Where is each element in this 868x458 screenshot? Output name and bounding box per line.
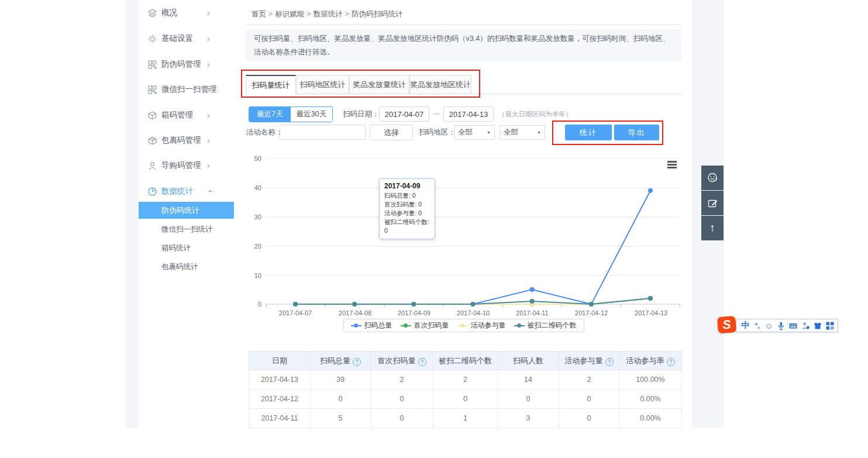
- svg-text:2017-04-09: 2017-04-09: [398, 309, 430, 316]
- column-header-date: 日期: [249, 352, 311, 370]
- stat-button[interactable]: 统计: [565, 125, 612, 140]
- table-cell: 0: [559, 390, 619, 409]
- back-to-top-button[interactable]: ↑: [701, 216, 724, 240]
- table-cell: 2017-04-12: [249, 390, 311, 409]
- emoji-icon[interactable]: ☺: [764, 321, 773, 330]
- main-panel: 概况 › 基础设置 › 防伪码管理 › 微信扫一扫管理 ›: [139, 0, 692, 428]
- sidebar-subitem-anticode-stats[interactable]: 防伪码统计: [139, 202, 234, 219]
- caret-down-icon: ▼: [537, 130, 541, 135]
- sidebar-item-case-code-mgmt[interactable]: 箱码管理 ›: [139, 108, 234, 122]
- table-row: 2017-04-133922142100.00%: [249, 370, 682, 390]
- choose-button[interactable]: 选择: [370, 125, 413, 140]
- region-select-city[interactable]: 全部 ▼: [500, 125, 545, 140]
- qr-scan-icon: [147, 85, 157, 95]
- table-row: 2017-04-12000000.00%: [249, 390, 682, 409]
- svg-text:2017-04-10: 2017-04-10: [457, 309, 490, 316]
- table-cell: 3: [498, 409, 559, 428]
- table-cell: 2017-04-11: [249, 409, 311, 428]
- tab-prize-volume[interactable]: 奖品发放量统计: [349, 75, 409, 94]
- sidebar-item-overview[interactable]: 概况 ›: [139, 6, 234, 20]
- breadcrumb-home[interactable]: 首页: [252, 10, 266, 18]
- table-cell: 0: [371, 390, 433, 409]
- sidebar: 概况 › 基础设置 › 防伪码管理 › 微信扫一扫管理 ›: [139, 0, 234, 428]
- toolbox-grid-icon[interactable]: [825, 321, 835, 330]
- breadcrumb-stats[interactable]: 数据统计: [314, 10, 343, 18]
- filter-row-activity: 活动名称： 选择 扫码地区： 全部 ▼ 全部 ▼ 统计 导出: [246, 125, 681, 141]
- punctuation-icon[interactable]: °,: [753, 321, 762, 330]
- legend-item-scanned-qr[interactable]: 被扫二维码个数: [514, 321, 577, 330]
- tab-bar: 扫码量统计 扫码地区统计 奖品发放量统计 奖品发放地区统计: [246, 75, 681, 94]
- help-icon[interactable]: ?: [667, 358, 675, 366]
- sidebar-item-guide-code-mgmt[interactable]: 导购码管理 ›: [139, 159, 234, 173]
- table-cell: 0.00%: [619, 409, 682, 428]
- y-axis: 50 40 30 20 10 0: [254, 155, 680, 308]
- sidebar-subitem-case-code-stats[interactable]: 箱码统计: [161, 243, 191, 253]
- svg-text:2017-04-08: 2017-04-08: [339, 309, 371, 316]
- help-icon[interactable]: ?: [605, 358, 614, 366]
- sidebar-item-wechat-scan-mgmt[interactable]: 微信扫一扫管理 ›: [139, 82, 234, 97]
- gear-icon: [147, 34, 157, 44]
- tab-prize-region[interactable]: 奖品发放地区统计: [409, 75, 471, 94]
- chevron-right-icon: ›: [207, 161, 210, 170]
- region-select-province[interactable]: 全部 ▼: [454, 125, 495, 140]
- last-7-days-button[interactable]: 最近7天: [249, 107, 291, 122]
- table-cell: 2: [559, 370, 619, 390]
- microphone-icon[interactable]: [776, 321, 786, 330]
- tab-scan-volume[interactable]: 扫码量统计: [246, 75, 296, 95]
- sidebar-item-data-statistics[interactable]: 数据统计 ›: [139, 184, 234, 198]
- table-cell: 0: [433, 390, 498, 409]
- legend-item-total[interactable]: 扫码总量: [351, 321, 392, 330]
- user-account-icon[interactable]: [801, 321, 810, 330]
- column-header-activity-rate: 活动参与率?: [619, 352, 682, 370]
- chevron-up-icon: ›: [205, 190, 214, 193]
- breadcrumb-mark[interactable]: 标识赋能: [275, 10, 304, 18]
- sidebar-item-anticode-mgmt[interactable]: 防伪码管理 ›: [139, 57, 234, 71]
- sidebar-item-parcel-code-mgmt[interactable]: 包裹码管理 ›: [139, 133, 234, 147]
- column-header-scanned-qr: 被扫二维码个数: [433, 352, 498, 370]
- table-header-row: 日期 扫码总量? 首次扫码量? 被扫二维码个数 扫码人数 活动参与量? 活动参与…: [249, 352, 682, 370]
- page-description: 可按扫码量、扫码地区、奖品发放量、奖品发放地区统计防伪码（v3.4）的扫码数量和…: [246, 29, 681, 61]
- activity-name-input[interactable]: [280, 125, 366, 140]
- divider: [246, 24, 681, 25]
- box-icon: [147, 111, 157, 120]
- sidebar-subitem-wechat-scan-stats[interactable]: 微信扫一扫统计: [161, 225, 213, 235]
- legend-item-first-scan[interactable]: 首次扫码量: [401, 321, 449, 330]
- svg-text:10: 10: [254, 272, 261, 279]
- svg-text:2017-04-12: 2017-04-12: [575, 309, 608, 316]
- legend-item-activity[interactable]: 活动参与量: [457, 321, 506, 330]
- quick-range-group: 最近7天 最近30天: [249, 106, 333, 122]
- last-30-days-button[interactable]: 最近30天: [291, 107, 332, 122]
- float-toolbar: ↑: [701, 166, 724, 241]
- chart-menu-icon[interactable]: [667, 161, 677, 170]
- sogou-logo[interactable]: S: [717, 316, 736, 333]
- svg-text:20: 20: [254, 243, 261, 250]
- user-icon: [147, 161, 157, 171]
- date-to-input[interactable]: [443, 106, 494, 122]
- table-cell: 100.00%: [619, 370, 682, 390]
- sidebar-subitem-parcel-code-stats[interactable]: 包裹码统计: [161, 262, 198, 272]
- qr-code-icon: [147, 60, 157, 70]
- date-from-input[interactable]: [379, 106, 429, 122]
- chart-tooltip: 2017-04-09 扫码总量: 0 首次扫码量: 0 活动参与量: 0 被扫二…: [379, 178, 435, 239]
- tab-scan-region[interactable]: 扫码地区统计: [296, 75, 349, 94]
- customer-service-button[interactable]: [701, 166, 724, 190]
- sidebar-item-basic-settings[interactable]: 基础设置 ›: [139, 32, 234, 46]
- line-chart[interactable]: 50 40 30 20 10 0 2017-04-07 2017-04-08: [249, 154, 681, 321]
- column-header-total: 扫码总量?: [311, 352, 371, 370]
- help-icon[interactable]: ?: [353, 358, 361, 366]
- skin-shirt-icon[interactable]: [813, 321, 822, 330]
- table-cell: 2: [433, 370, 498, 390]
- keyboard-icon[interactable]: [788, 321, 798, 330]
- package-icon: [147, 136, 157, 146]
- chevron-right-icon: ›: [207, 136, 210, 145]
- table-cell: 0.00%: [619, 390, 682, 409]
- svg-text:0: 0: [258, 301, 261, 308]
- chinese-mode-icon[interactable]: 中: [741, 321, 750, 330]
- help-icon[interactable]: ?: [418, 358, 426, 366]
- table-cell: 0: [498, 390, 559, 409]
- region-label: 扫码地区：: [419, 128, 456, 137]
- export-button[interactable]: 导出: [614, 125, 659, 140]
- up-arrow-icon: ↑: [709, 222, 715, 235]
- feedback-button[interactable]: [701, 191, 724, 215]
- table-cell: 0: [559, 409, 619, 428]
